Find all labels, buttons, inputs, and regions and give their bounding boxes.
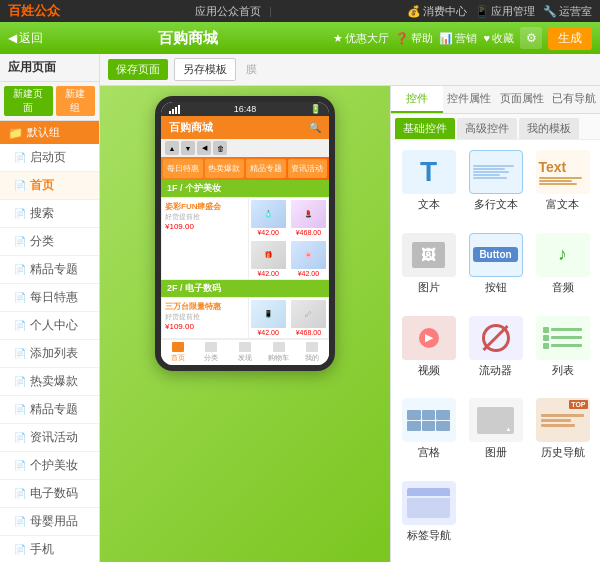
widget-grid-item[interactable]: 宫格: [397, 394, 460, 473]
phone-nav-profile[interactable]: 我的: [295, 342, 329, 363]
phone-search-icon[interactable]: 🔍: [309, 122, 321, 133]
phone-nav-discover[interactable]: 发现: [228, 342, 262, 363]
video-widget-icon: ▶: [402, 316, 456, 360]
phone-signal: [169, 105, 180, 114]
widget-audio[interactable]: ♪ 音频: [531, 229, 594, 308]
multitext-widget-label: 多行文本: [474, 197, 518, 212]
tab-page-props[interactable]: 页面属性: [496, 86, 548, 113]
app-management-link[interactable]: 📱 应用管理: [475, 4, 535, 19]
sidebar-item-baby[interactable]: 📄 母婴用品: [0, 508, 99, 536]
sidebar-item-home[interactable]: 📄 首页: [0, 172, 99, 200]
cart-icon: [273, 342, 285, 352]
phone-status-bar: 16:48 🔋: [161, 102, 329, 116]
gear-button[interactable]: ⚙: [520, 27, 542, 49]
generate-button[interactable]: 生成: [548, 27, 592, 50]
button-widget-icon: Button: [469, 233, 523, 277]
phone-nav-home[interactable]: 首页: [161, 342, 195, 363]
sidebar-item-category[interactable]: 📄 分类: [0, 228, 99, 256]
save-template-button[interactable]: 另存模板: [174, 58, 236, 81]
sidebar-item-search[interactable]: 📄 搜索: [0, 200, 99, 228]
section2-header: 2F / 电子数码: [161, 280, 329, 297]
nav-down-icon[interactable]: ▼: [181, 141, 195, 155]
product-3[interactable]: 🎁 ¥42.00: [249, 239, 288, 279]
widget-text[interactable]: T 文本: [397, 146, 460, 225]
sidebar-item-mobile[interactable]: 📄 手机: [0, 536, 99, 562]
sidebar-item-featured[interactable]: 📄 精品专题: [0, 256, 99, 284]
widget-image[interactable]: 🖼 图片: [397, 229, 460, 308]
product-4[interactable]: 🌸 ¥42.00: [289, 239, 328, 279]
photo-widget-icon: [469, 398, 523, 442]
product-2[interactable]: 💄 ¥468.00: [289, 198, 328, 238]
banner-item-news[interactable]: 资讯活动: [288, 159, 328, 178]
page-icon: 📄: [14, 348, 26, 359]
widget-carousel[interactable]: 流动器: [464, 312, 527, 391]
phone-screen: 16:48 🔋 百购商城 🔍 ▲ ▼ ◀: [161, 102, 329, 365]
widget-multitext[interactable]: 多行文本: [464, 146, 527, 225]
page-icon: 📄: [14, 236, 26, 247]
widget-history[interactable]: TOP 历史导航: [531, 394, 594, 473]
second-nav: ◀ 返回 百购商城 ★ 优惠大厅 ❓ 帮助 📊 营销 ♥ 收藏 ⚙ 生成: [0, 22, 600, 54]
sidebar-item-personal[interactable]: 📄 个人中心: [0, 312, 99, 340]
sidebar-item-addlist[interactable]: 📄 添加列表: [0, 340, 99, 368]
subtab-advanced[interactable]: 高级控件: [457, 118, 517, 139]
product-1[interactable]: 🧴 ¥42.00: [249, 198, 288, 238]
page-icon: 📄: [14, 180, 26, 191]
subtab-basic[interactable]: 基础控件: [395, 118, 455, 139]
category-icon: [205, 342, 217, 352]
phone-nav-category[interactable]: 分类: [195, 342, 229, 363]
product-img-4: 🌸: [291, 241, 326, 269]
banner-item-hot[interactable]: 热卖爆款: [205, 159, 245, 178]
promo2-sub: 好货提前抢: [165, 312, 245, 322]
page-icon: 📄: [14, 488, 26, 499]
sidebar-toolbar: 新建页面 新建组: [0, 82, 99, 121]
content-area: 保存页面 另存模板 膜: [100, 54, 600, 562]
banner-item-daily[interactable]: 每日特惠: [163, 159, 203, 178]
group-label: 默认组: [27, 125, 60, 140]
new-group-button[interactable]: 新建组: [56, 86, 95, 116]
sidebar-item-beauty[interactable]: 📄 个护美妆: [0, 452, 99, 480]
operations-link[interactable]: 🔧 运营室: [543, 4, 592, 19]
nav-trash-icon[interactable]: 🗑: [213, 141, 227, 155]
widget-list[interactable]: 列表: [531, 312, 594, 391]
nav-up-icon[interactable]: ▲: [165, 141, 179, 155]
tab-widgets[interactable]: 控件: [391, 86, 443, 113]
product-6[interactable]: 🖊 ¥468.00: [289, 298, 328, 338]
video-widget-label: 视频: [418, 363, 440, 378]
phone-section-2: 2F / 电子数码 三万台限量特惠 好货提前抢 ¥109.00 📱: [161, 280, 329, 339]
page-icon: 📄: [14, 460, 26, 471]
widget-richtext[interactable]: Text 富文本: [531, 146, 594, 225]
sidebar-item-hot[interactable]: 📄 热卖爆款: [0, 368, 99, 396]
consumer-center-link[interactable]: 💰 消费中心: [407, 4, 467, 19]
sidebar-item-featured2[interactable]: 📄 精品专题: [0, 396, 99, 424]
widget-button[interactable]: Button 按钮: [464, 229, 527, 308]
tab-widget-props[interactable]: 控件属性: [443, 86, 495, 113]
nav-left-icon[interactable]: ◀: [197, 141, 211, 155]
new-page-button[interactable]: 新建页面: [4, 86, 53, 116]
subtab-my-templates[interactable]: 我的模板: [519, 118, 579, 139]
widget-photo[interactable]: 图册: [464, 394, 527, 473]
sidebar-item-startup[interactable]: 📄 启动页: [0, 144, 99, 172]
grid-widget-label: 宫格: [418, 445, 440, 460]
home-link[interactable]: 应用公众首页: [195, 4, 261, 19]
widget-tabnav[interactable]: 标签导航: [397, 477, 460, 556]
phone-nav-cart[interactable]: 购物车: [262, 342, 296, 363]
sidebar-item-daily[interactable]: 📄 每日特惠: [0, 284, 99, 312]
page-icon: 📄: [14, 152, 26, 163]
promo-price: ¥109.00: [165, 222, 245, 231]
tab-existing-nav[interactable]: 已有导航: [548, 86, 600, 113]
widget-video[interactable]: ▶ 视频: [397, 312, 460, 391]
promo-hall-link[interactable]: ★ 优惠大厅: [333, 31, 389, 46]
marketing-link[interactable]: 📊 营销: [439, 31, 477, 46]
favorites-link[interactable]: ♥ 收藏: [483, 31, 514, 46]
sidebar-item-electronics[interactable]: 📄 电子数码: [0, 480, 99, 508]
banner-item-featured[interactable]: 精品专题: [246, 159, 286, 178]
group-folder-icon: 📁: [8, 126, 23, 140]
product-5[interactable]: 📱 ¥42.00: [249, 298, 288, 338]
save-page-button[interactable]: 保存页面: [108, 59, 168, 80]
sidebar-item-news[interactable]: 📄 资讯活动: [0, 424, 99, 452]
phone-wrapper: 16:48 🔋 百购商城 🔍 ▲ ▼ ◀: [155, 96, 335, 371]
right-panel-tabs: 控件 控件属性 页面属性 已有导航: [391, 86, 600, 114]
help-link[interactable]: ❓ 帮助: [395, 31, 433, 46]
back-button[interactable]: ◀ 返回: [8, 30, 43, 47]
richtext-widget-icon: Text: [536, 150, 590, 194]
